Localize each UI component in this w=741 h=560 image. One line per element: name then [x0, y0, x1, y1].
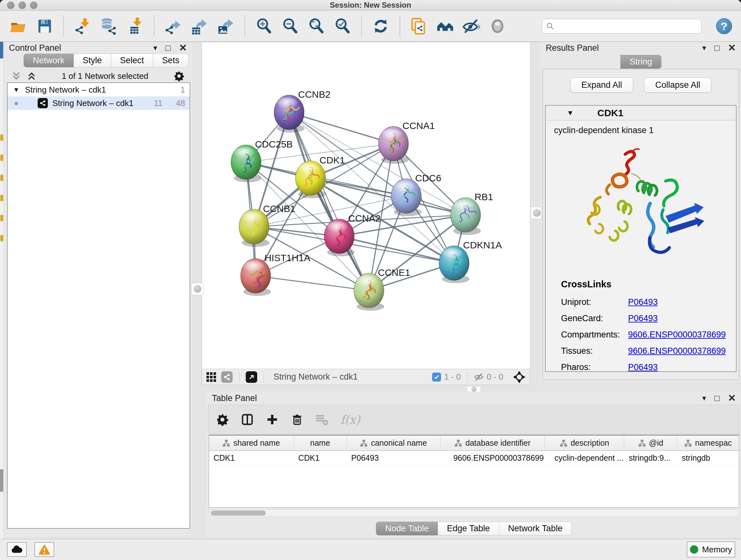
- save-session-icon[interactable]: [35, 17, 54, 36]
- gene-section-header[interactable]: ▼ CDK1: [546, 106, 736, 120]
- results-panel-float-icon[interactable]: □: [715, 44, 720, 52]
- minimize-window-button[interactable]: [18, 2, 26, 9]
- scrollbar-thumb[interactable]: [211, 510, 266, 516]
- control-panel-close-icon[interactable]: ✕: [179, 43, 187, 53]
- network-options-gear-icon[interactable]: [174, 71, 185, 81]
- crosslink-link[interactable]: 9606.ENSP00000378699: [628, 346, 726, 356]
- network-collection-row[interactable]: ▼ String Network – cdk1 1: [8, 83, 190, 97]
- network-edge[interactable]: [311, 178, 466, 215]
- tab-select[interactable]: Select: [111, 54, 153, 67]
- network-canvas[interactable]: CCNB2CCNA1CDC25BCDK1CDC6RB1CCNB1CCNA2CDK…: [202, 42, 530, 369]
- cell-id[interactable]: stringdb:9...: [624, 451, 677, 465]
- column-header-id[interactable]: @id: [624, 435, 677, 450]
- cell-namespace[interactable]: stringdb: [677, 451, 739, 465]
- collapse-all-icon[interactable]: [11, 71, 21, 81]
- column-header-shared-name[interactable]: shared name: [209, 435, 294, 450]
- import-table-icon[interactable]: [126, 17, 144, 36]
- crosslink-link[interactable]: P06493: [628, 362, 658, 372]
- network-edge[interactable]: [256, 276, 369, 291]
- houses-icon[interactable]: [436, 17, 455, 36]
- tab-network-table[interactable]: Network Table: [499, 522, 572, 536]
- column-header-description[interactable]: description: [545, 435, 624, 450]
- export-network-icon[interactable]: [164, 17, 183, 36]
- gray-eye-icon[interactable]: [488, 17, 507, 36]
- control-panel-float-icon[interactable]: □: [165, 44, 171, 52]
- selected-checkbox-icon[interactable]: [432, 373, 441, 381]
- string-documents-icon[interactable]: [410, 17, 428, 36]
- tab-edge-table[interactable]: Edge Table: [438, 522, 499, 536]
- table-settings-gear-icon[interactable]: [216, 413, 229, 426]
- help-button[interactable]: ?: [716, 18, 732, 34]
- network-node-CDC6[interactable]: CDC6: [391, 173, 441, 216]
- table-row[interactable]: CDK1 CDK1 P06493 9606.ENSP00000378699 cy…: [209, 451, 739, 465]
- column-header-canonical-name[interactable]: canonical name: [347, 435, 441, 450]
- cloud-button[interactable]: [7, 542, 27, 557]
- export-table-icon[interactable]: [190, 17, 209, 36]
- crosslink-link[interactable]: P06493: [628, 297, 658, 307]
- control-panel-menu-icon[interactable]: ▾: [153, 44, 157, 52]
- crosslink-link[interactable]: P06493: [628, 314, 658, 323]
- import-network-database-icon[interactable]: [99, 17, 118, 36]
- crosslink-link[interactable]: 9606.ENSP00000378699: [628, 330, 726, 340]
- import-network-file-icon[interactable]: [73, 17, 92, 36]
- network-edge[interactable]: [289, 112, 394, 144]
- tab-style[interactable]: Style: [74, 54, 111, 67]
- network-tree: ▼ String Network – cdk1 1 ● String Netwo…: [7, 82, 190, 529]
- table-toolbar: f(x): [208, 405, 740, 434]
- zoom-fit-icon[interactable]: [307, 17, 326, 36]
- cell-description[interactable]: cyclin-dependent ...: [545, 451, 624, 465]
- move-crosshair-icon[interactable]: [513, 371, 526, 383]
- expand-all-button[interactable]: Expand All: [570, 78, 633, 92]
- tab-sets[interactable]: Sets: [153, 54, 189, 67]
- tab-string[interactable]: String: [620, 55, 662, 69]
- zoom-window-button[interactable]: [30, 2, 37, 9]
- network-edge[interactable]: [339, 236, 454, 263]
- column-header-database-identifier[interactable]: database identifier: [441, 435, 545, 450]
- delete-column-icon[interactable]: [291, 413, 304, 426]
- detach-view-icon[interactable]: [246, 371, 257, 383]
- search-input[interactable]: [557, 21, 697, 31]
- table-panel-float-icon[interactable]: □: [715, 394, 720, 402]
- cell-name[interactable]: CDK1: [294, 451, 347, 465]
- zoom-in-icon[interactable]: [255, 17, 273, 36]
- results-panel-close-icon[interactable]: ✕: [728, 43, 736, 53]
- network-node-CDKN1A[interactable]: CDKN1A: [439, 240, 502, 283]
- refresh-icon[interactable]: [372, 17, 390, 36]
- expand-all-icon[interactable]: [27, 71, 37, 81]
- grid-view-icon[interactable]: [206, 372, 216, 382]
- left-splitter-handle[interactable]: [192, 283, 204, 295]
- export-image-icon[interactable]: [216, 17, 235, 36]
- cell-shared-name[interactable]: CDK1: [209, 451, 294, 465]
- table-horizontal-scrollbar[interactable]: [209, 509, 738, 516]
- network-node-RB1[interactable]: RB1: [451, 192, 493, 235]
- network-row[interactable]: ● String Network – cdk1 11 48: [8, 97, 190, 110]
- close-window-button[interactable]: [7, 2, 14, 9]
- search-field[interactable]: [542, 19, 701, 34]
- network-overview-icon[interactable]: [221, 371, 232, 383]
- show-columns-icon[interactable]: [241, 413, 254, 426]
- add-column-icon[interactable]: [266, 413, 279, 426]
- tree-expander-icon[interactable]: ▼: [12, 86, 20, 94]
- table-panel-menu-icon[interactable]: ▾: [702, 394, 706, 402]
- column-header-namespace[interactable]: namespac: [677, 435, 739, 450]
- memory-button[interactable]: Memory: [687, 542, 735, 557]
- table-panel-close-icon[interactable]: ✕: [728, 393, 736, 403]
- column-header-name[interactable]: name: [294, 435, 347, 450]
- hide-panel-eye-icon[interactable]: [462, 17, 481, 36]
- tab-node-table[interactable]: Node Table: [376, 522, 438, 536]
- warning-button[interactable]: [35, 542, 54, 557]
- bottom-splitter-handle[interactable]: [467, 386, 481, 392]
- cell-canonical-name[interactable]: P06493: [347, 451, 441, 465]
- network-node-CCNB2[interactable]: CCNB2: [274, 89, 331, 132]
- network-node-HIST1H1A[interactable]: HIST1H1A: [241, 253, 310, 296]
- zoom-selected-icon[interactable]: [333, 17, 352, 36]
- collapse-all-button[interactable]: Collapse All: [644, 78, 711, 92]
- open-session-icon[interactable]: [9, 17, 27, 36]
- gene-expander-icon[interactable]: ▼: [567, 109, 574, 117]
- cell-database-identifier[interactable]: 9606.ENSP00000378699: [441, 451, 545, 465]
- results-panel-menu-icon[interactable]: ▾: [702, 44, 706, 52]
- zoom-out-icon[interactable]: [281, 17, 299, 36]
- network-node-CCNE1[interactable]: CCNE1: [354, 267, 410, 311]
- network-edge[interactable]: [289, 112, 369, 291]
- tab-network[interactable]: Network: [23, 54, 74, 67]
